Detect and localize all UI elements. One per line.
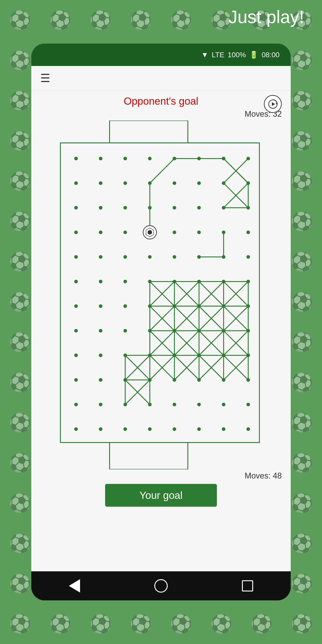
- svg-point-25: [173, 206, 176, 210]
- svg-point-69: [74, 354, 78, 357]
- svg-point-96: [148, 427, 152, 431]
- svg-point-77: [74, 378, 78, 382]
- svg-point-45: [74, 280, 78, 283]
- wifi-icon: ▼: [201, 51, 208, 59]
- status-icons: ▼ LTE 100% 🔋 08:00: [201, 50, 280, 59]
- svg-point-46: [99, 280, 102, 283]
- svg-point-41: [173, 255, 176, 259]
- status-bar: ▼ LTE 100% 🔋 08:00: [31, 44, 291, 66]
- svg-point-86: [99, 403, 102, 406]
- moves-top: Moves: 32: [40, 109, 282, 119]
- nav-recent-button[interactable]: [236, 575, 259, 597]
- svg-point-31: [124, 230, 127, 234]
- svg-point-53: [74, 304, 78, 308]
- signal-icon: LTE: [212, 51, 224, 59]
- svg-point-54: [99, 304, 102, 308]
- replay-button[interactable]: [264, 95, 282, 113]
- nav-home-button[interactable]: [150, 575, 172, 597]
- menu-button[interactable]: ☰: [40, 72, 50, 85]
- svg-point-89: [173, 403, 176, 406]
- bottom-nav: [31, 571, 291, 600]
- your-goal-button[interactable]: Your goal: [105, 484, 217, 507]
- phone-frame: ▼ LTE 100% 🔋 08:00 ☰ Opponent: [31, 44, 291, 600]
- svg-point-61: [74, 329, 78, 332]
- svg-point-22: [99, 206, 102, 210]
- svg-point-47: [124, 280, 127, 283]
- top-bar: ☰: [31, 66, 291, 90]
- svg-point-63: [124, 329, 127, 332]
- opponent-goal-label: Opponent's goal: [40, 95, 282, 107]
- svg-point-98: [197, 427, 201, 431]
- svg-rect-2: [60, 143, 260, 442]
- svg-point-93: [74, 427, 78, 431]
- svg-point-21: [74, 206, 78, 210]
- game-field[interactable]: [47, 120, 275, 469]
- app-content: ☰ Opponent's goal Moves: 32: [31, 66, 291, 571]
- svg-point-90: [197, 403, 201, 406]
- svg-point-92: [246, 403, 250, 406]
- svg-point-14: [99, 181, 102, 185]
- svg-point-23: [124, 206, 127, 210]
- field-container[interactable]: [40, 120, 282, 469]
- svg-point-33: [173, 230, 176, 234]
- svg-point-8: [148, 157, 152, 160]
- battery-percent: 100%: [228, 51, 246, 59]
- svg-point-62: [99, 329, 102, 332]
- svg-point-38: [99, 255, 102, 259]
- soccer-ball: [143, 226, 156, 239]
- svg-point-199: [148, 230, 152, 234]
- svg-point-100: [246, 427, 250, 431]
- svg-point-30: [99, 230, 102, 234]
- moves-bottom: Moves: 48: [40, 471, 282, 480]
- battery-icon: 🔋: [249, 50, 258, 59]
- app-title: Just play!: [228, 7, 304, 27]
- clock: 08:00: [262, 51, 280, 59]
- svg-point-39: [124, 255, 127, 259]
- svg-point-40: [148, 255, 152, 259]
- svg-point-55: [124, 304, 127, 308]
- svg-rect-4: [110, 442, 188, 469]
- svg-point-29: [74, 230, 78, 234]
- svg-point-44: [246, 255, 250, 259]
- svg-point-18: [197, 181, 201, 185]
- svg-point-37: [74, 255, 78, 259]
- svg-point-91: [222, 403, 226, 406]
- svg-rect-3: [110, 120, 188, 143]
- svg-point-7: [124, 157, 127, 160]
- nav-back-button[interactable]: [63, 575, 86, 597]
- svg-point-99: [222, 427, 226, 431]
- svg-point-95: [124, 427, 127, 431]
- svg-point-85: [74, 403, 78, 406]
- svg-point-15: [124, 181, 127, 185]
- svg-point-6: [99, 157, 102, 160]
- svg-point-5: [74, 157, 78, 160]
- svg-point-78: [99, 378, 102, 382]
- svg-point-17: [173, 181, 176, 185]
- svg-point-13: [74, 181, 78, 185]
- svg-point-34: [197, 230, 201, 234]
- svg-marker-1: [272, 102, 275, 106]
- svg-point-70: [99, 354, 102, 357]
- game-area: Opponent's goal Moves: 32: [31, 90, 291, 511]
- svg-point-26: [197, 206, 201, 210]
- svg-point-97: [173, 427, 176, 431]
- svg-point-94: [99, 427, 102, 431]
- svg-line-104: [150, 158, 174, 183]
- svg-point-36: [246, 230, 250, 234]
